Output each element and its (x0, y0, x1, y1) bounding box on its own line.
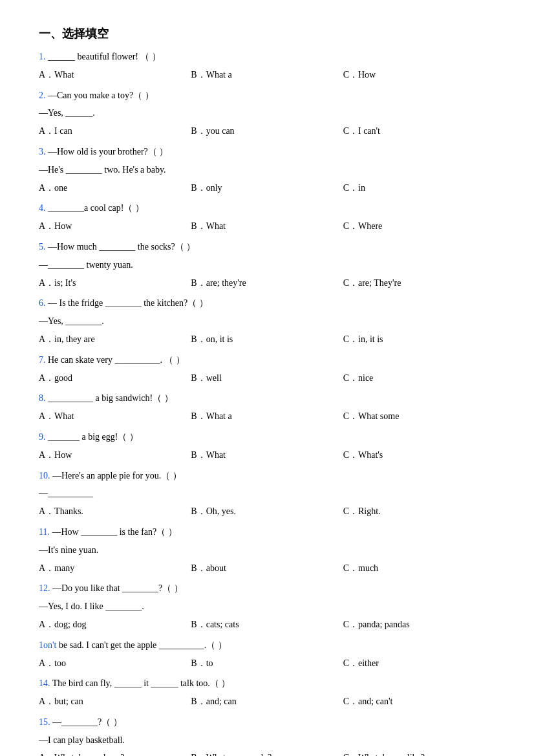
question-1: 1. ______ beautiful flower! （ ） (39, 49, 495, 65)
question-11-sub: —It's nine yuan. (39, 543, 495, 558)
question-6-sub: —Yes, ________. (39, 314, 495, 329)
question-8-options: A．What B．What a C．What some (39, 409, 495, 424)
option-2a: A．I can (39, 124, 191, 139)
question-2-sub: —Yes, ______. (39, 105, 495, 121)
question-5-sub: —________ twenty yuan. (39, 257, 495, 273)
question-12-options: A．dog; dog B．cats; cats C．panda; pandas (39, 617, 495, 632)
question-7-options: A．good B．well C．nice (39, 371, 495, 386)
question-9-options: A．How B．What C．What's (39, 448, 495, 463)
question-8: 8. __________ a big sandwich!（ ） (39, 391, 495, 406)
option-15b: B．What can you do? (191, 750, 343, 756)
option-8c: C．What some (343, 409, 495, 424)
question-15: 15. —________?（ ） (39, 715, 495, 730)
option-12a: A．dog; dog (39, 617, 191, 632)
option-1c: C．How (343, 67, 495, 83)
option-15c: C．What do you like? (343, 750, 495, 756)
question-4-options: A．How B．What C．Where (39, 219, 495, 234)
option-8b: B．What a (191, 409, 343, 424)
question-5-options: A．is; It's B．are; they're C．are; They're (39, 275, 495, 291)
worksheet: 一、选择填空 1. ______ beautiful flower! （ ） A… (39, 26, 495, 756)
question-14: 14. The bird can fly, ______ it ______ t… (39, 676, 495, 691)
question-2: 2. —Can you make a toy?（ ） (39, 88, 495, 103)
question-15-sub: —I can play basketball. (39, 733, 495, 748)
option-4b: B．What (191, 219, 343, 234)
option-12b: B．cats; cats (191, 617, 343, 632)
option-5a: A．is; It's (39, 275, 191, 291)
question-13: 1on't be sad. I can't get the apple ____… (39, 638, 495, 653)
question-6: 6. — Is the fridge ________ the kitchen?… (39, 296, 495, 311)
option-10c: C．Right. (343, 504, 495, 519)
option-5c: C．are; They're (343, 275, 495, 291)
option-13a: A．too (39, 656, 191, 671)
option-15a: A．What do you have? (39, 750, 191, 756)
question-13-options: A．too B．to C．either (39, 656, 495, 671)
option-9b: B．What (191, 448, 343, 463)
option-7b: B．well (191, 371, 343, 386)
question-2-options: A．I can B．you can C．I can't (39, 124, 495, 139)
option-5b: B．are; they're (191, 275, 343, 291)
question-12: 12. —Do you like that ________?（ ） (39, 581, 495, 596)
option-13c: C．either (343, 656, 495, 671)
question-15-options: A．What do you have? B．What can you do? C… (39, 750, 495, 756)
question-11: 11. —How ________ is the fan?（ ） (39, 524, 495, 540)
option-9c: C．What's (343, 448, 495, 463)
option-14b: B．and; can (191, 694, 343, 709)
option-10b: B．Oh, yes. (191, 504, 343, 519)
option-10a: A．Thanks. (39, 504, 191, 519)
option-3c: C．in (343, 180, 495, 196)
question-7: 7. He can skate very __________. （ ） (39, 352, 495, 368)
option-11c: C．much (343, 561, 495, 576)
option-4a: A．How (39, 219, 191, 234)
option-8a: A．What (39, 409, 191, 424)
option-1b: B．What a (191, 67, 343, 83)
option-2c: C．I can't (343, 124, 495, 139)
question-9: 9. _______ a big egg!（ ） (39, 429, 495, 445)
question-3-options: A．one B．only C．in (39, 180, 495, 196)
question-6-options: A．in, they are B．on, it is C．in, it is (39, 332, 495, 347)
option-13b: B．to (191, 656, 343, 671)
option-7a: A．good (39, 371, 191, 386)
question-3-sub: —He's ________ two. He's a baby. (39, 162, 495, 178)
option-14a: A．but; can (39, 694, 191, 709)
option-3a: A．one (39, 180, 191, 196)
option-9a: A．How (39, 448, 191, 463)
option-14c: C．and; can't (343, 694, 495, 709)
question-10-options: A．Thanks. B．Oh, yes. C．Right. (39, 504, 495, 519)
question-11-options: A．many B．about C．much (39, 561, 495, 576)
question-10: 10. —Here's an apple pie for you.（ ） (39, 468, 495, 484)
option-3b: B．only (191, 180, 343, 196)
option-12c: C．panda; pandas (343, 617, 495, 632)
option-11b: B．about (191, 561, 343, 576)
option-6c: C．in, it is (343, 332, 495, 347)
option-4c: C．Where (343, 219, 495, 234)
section1-title: 一、选择填空 (39, 26, 495, 41)
question-12-sub: —Yes, I do. I like ________. (39, 599, 495, 614)
option-6b: B．on, it is (191, 332, 343, 347)
option-11a: A．many (39, 561, 191, 576)
option-7c: C．nice (343, 371, 495, 386)
question-5: 5. —How much ________ the socks?（ ） (39, 239, 495, 255)
question-14-options: A．but; can B．and; can C．and; can't (39, 694, 495, 709)
question-3: 3. —How old is your brother?（ ） (39, 144, 495, 160)
question-1-options: A．What B．What a C．How (39, 67, 495, 83)
option-2b: B．you can (191, 124, 343, 139)
option-6a: A．in, they are (39, 332, 191, 347)
option-1a: A．What (39, 67, 191, 83)
question-4: 4. ________a cool cap!（ ） (39, 200, 495, 216)
question-10-sub: —__________ (39, 486, 495, 501)
